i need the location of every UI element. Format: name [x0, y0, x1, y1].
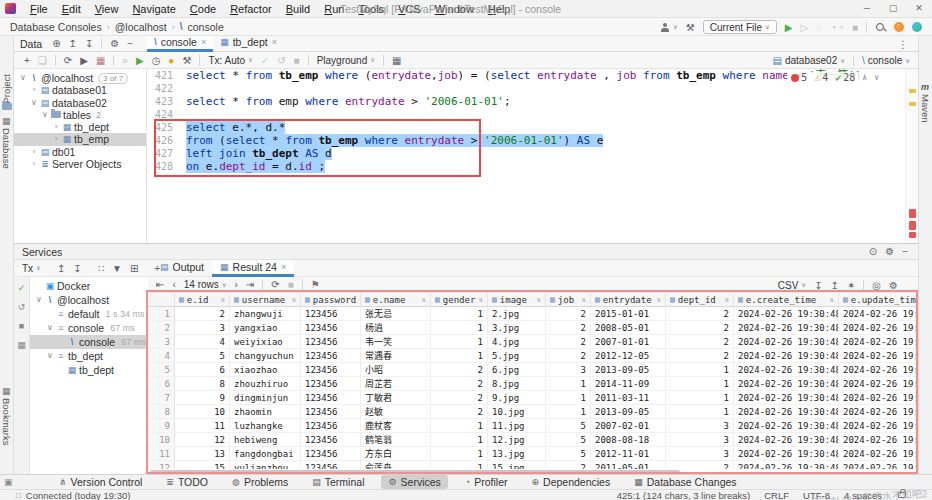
sort-icon[interactable]: ⇅: [725, 296, 729, 304]
cell-image[interactable]: 3.jpg: [488, 321, 546, 334]
cell-e-update-time[interactable]: 2024-02-26 19:30:48: [839, 391, 918, 404]
chevron-down-icon[interactable]: ∨: [34, 293, 44, 307]
cell-e-create-time[interactable]: 2024-02-26 19:30:48: [734, 321, 839, 334]
sort-icon[interactable]: ⇅: [479, 296, 483, 304]
tab-result-24[interactable]: ▦Result 24×: [212, 260, 294, 277]
cell-entrydate[interactable]: 2013-09-05: [591, 405, 666, 418]
table-row[interactable]: 12zhangwuji123456张无忌12.jpg22015-01-01220…: [147, 307, 918, 321]
code-line[interactable]: [147, 108, 905, 121]
search-everywhere-icon[interactable]: [875, 22, 886, 33]
menu-navigate[interactable]: Navigate: [126, 2, 181, 16]
cell-entrydate[interactable]: 2014-11-09: [591, 377, 666, 390]
cell-e-name[interactable]: 小昭: [361, 363, 431, 376]
sort-icon[interactable]: ⇅: [292, 296, 296, 304]
cell-dept-id[interactable]: 3: [666, 433, 734, 446]
cell-dept-id[interactable]: 1: [666, 377, 734, 390]
chevron-down-icon[interactable]: ∨: [801, 281, 806, 289]
cell-password[interactable]: 123456: [301, 321, 361, 334]
cell-e-create-time[interactable]: 2024-02-26 19:30:48: [734, 335, 839, 348]
cell-image[interactable]: 13.jpg: [488, 447, 546, 460]
column-header-entrydate[interactable]: ▦entrydate⇅: [591, 293, 666, 306]
refresh-icon[interactable]: ⟳: [64, 55, 72, 66]
cell-job[interactable]: 2: [546, 307, 591, 320]
cell-e-id[interactable]: 5: [175, 349, 230, 362]
chevron-down-icon[interactable]: ∨: [248, 56, 253, 64]
view-as-table-icon[interactable]: ▦: [392, 55, 401, 66]
column-header-e-update-time[interactable]: ▦e.update_time⇅: [839, 293, 918, 306]
export-format-selector[interactable]: CSV∨: [778, 280, 806, 291]
cell-job[interactable]: 1: [546, 391, 591, 404]
tree-item-database01[interactable]: ›▤database01: [14, 84, 146, 96]
console-selector[interactable]: \console∨: [862, 55, 910, 66]
chevron-down-icon[interactable]: ∨: [370, 56, 375, 64]
cell-username[interactable]: fangdongbai: [230, 447, 301, 460]
editor-error-stripe[interactable]: [905, 69, 918, 243]
table-row[interactable]: 68zhouzhiruo123456周芷若28.jpg12014-11-0912…: [147, 377, 918, 391]
cell-e-name[interactable]: 韦一笑: [361, 335, 431, 348]
rollback-icon[interactable]: ↺: [18, 302, 26, 312]
chevron-down-icon[interactable]: ∨: [18, 72, 28, 84]
sort-icon[interactable]: ⇅: [221, 296, 225, 304]
toolwindow-vcs[interactable]: ⋔Version Control: [52, 475, 149, 489]
float-window-icon[interactable]: ⊙: [869, 246, 877, 257]
playground-selector[interactable]: Playground∨: [317, 55, 375, 66]
code-line[interactable]: select e.*, d.*: [147, 121, 905, 134]
toolwindow-terminal[interactable]: ▤Terminal: [305, 475, 371, 489]
cell-dept-id[interactable]: 2: [666, 349, 734, 362]
cell-image[interactable]: 10.jpg: [488, 405, 546, 418]
stripe-database-label[interactable]: Database: [1, 128, 12, 169]
cell-username[interactable]: zhouzhiruo: [230, 377, 301, 390]
cell-gender[interactable]: 1: [431, 433, 488, 446]
cell-image[interactable]: 12.jpg: [488, 433, 546, 446]
edit-table-icon[interactable]: ▦: [96, 55, 105, 66]
tx-mode-selector[interactable]: Tx: Auto∨: [208, 55, 252, 66]
toolwindow-db-changes[interactable]: ▦Database Changes: [627, 475, 743, 489]
column-header-job[interactable]: ▦job⇅: [546, 293, 591, 306]
cell-entrydate[interactable]: 2011-03-11: [591, 391, 666, 404]
breadcrumb-item[interactable]: @localhost: [115, 21, 167, 33]
cell-e-name[interactable]: 方东白: [361, 447, 431, 460]
cell-e-update-time[interactable]: 2024-02-26 19:30:48: [839, 461, 918, 469]
editor-code[interactable]: select * from tb_emp where (entrydate,jo…: [147, 69, 905, 243]
cell-e-create-time[interactable]: 2024-02-26 19:30:48: [734, 447, 839, 460]
cell-entrydate[interactable]: 2008-05-01: [591, 321, 666, 334]
cell-e-create-time[interactable]: 2024-02-26 19:30:48: [734, 461, 839, 469]
expand-all-icon[interactable]: ↧: [73, 263, 81, 274]
cell-dept-id[interactable]: 1: [666, 363, 734, 376]
cell-image[interactable]: 9.jpg: [488, 391, 546, 404]
cell-entrydate[interactable]: 2011-05-01: [591, 461, 666, 469]
cell-dept-id[interactable]: 1: [666, 391, 734, 404]
upload-icon[interactable]: ↥: [831, 280, 839, 291]
cell-e-create-time[interactable]: 2024-02-26 19:30:48: [734, 349, 839, 362]
cell-e-create-time[interactable]: 2024-02-26 19:30:48: [734, 419, 839, 432]
preview-icon[interactable]: ◎: [872, 280, 881, 291]
line-ending[interactable]: CRLF: [764, 490, 789, 500]
cell-dept-id[interactable]: 2: [666, 461, 734, 469]
cell-e-name[interactable]: 张无忌: [361, 307, 431, 320]
cell-e-name[interactable]: 周芷若: [361, 377, 431, 390]
minimize-button[interactable]: ─: [854, 0, 880, 18]
cell-job[interactable]: 2: [546, 349, 591, 362]
cell-entrydate[interactable]: 2008-08-18: [591, 433, 666, 446]
group-by-icon[interactable]: ∷: [98, 263, 104, 274]
collapse-all-icon[interactable]: ↥: [57, 263, 65, 274]
column-header-e-name[interactable]: ▦e.name⇅: [361, 293, 431, 306]
sort-icon[interactable]: ⇅: [582, 296, 586, 304]
cell-password[interactable]: 123456: [301, 307, 361, 320]
cell-username[interactable]: luzhangke: [230, 419, 301, 432]
column-header-e-id[interactable]: ▦e.id⇅: [175, 293, 230, 306]
chevron-right-icon[interactable]: ›: [51, 133, 61, 145]
cell-password[interactable]: 123456: [301, 335, 361, 348]
code-line[interactable]: on e.dept_id = d.id ;: [147, 160, 905, 173]
menu-code[interactable]: Code: [184, 2, 222, 16]
tree-item-console[interactable]: ∨≡console67 ms: [30, 321, 147, 335]
cell-entrydate[interactable]: 2012-11-01: [591, 447, 666, 460]
cell-entrydate[interactable]: 2012-12-05: [591, 349, 666, 362]
last-page-icon[interactable]: ⇥: [246, 279, 254, 290]
cell-dept-id[interactable]: 1: [666, 405, 734, 418]
chevron-down-icon[interactable]: ∨: [839, 23, 844, 31]
chevron-down-icon[interactable]: ∨: [765, 23, 770, 31]
table-row[interactable]: 1215yulianzhou123456俞莲舟115.jpg22011-05-0…: [147, 461, 918, 469]
table-row[interactable]: 1012hebiweng123456鹤笔翁112.jpg52008-08-183…: [147, 433, 918, 447]
cell-e-update-time[interactable]: 2024-02-26 19:30:48: [839, 335, 918, 348]
